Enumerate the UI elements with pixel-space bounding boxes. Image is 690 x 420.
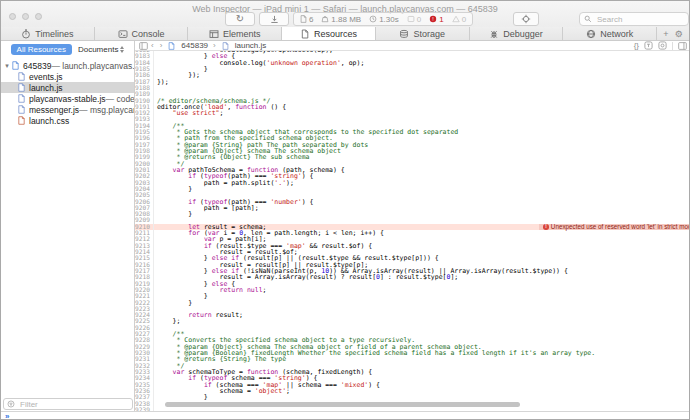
disclosure-triangle-icon[interactable]: ▾ [3,62,11,70]
reload-button[interactable]: ↻ [225,12,255,26]
breadcrumb-separator-icon: › [213,42,216,50]
breadcrumb-label: 645839 [181,41,208,50]
add-tab-button[interactable]: + [663,29,668,39]
storage-icon [399,29,409,39]
title-bar: Web Inspector — iPad mini 1 — Safari — l… [1,1,689,28]
error-icon: ! [543,224,549,230]
stepper-arrows-icon [120,46,124,53]
file-icon [17,94,26,103]
sidebar-item-645839[interactable]: ▾645839 — launch.playcanvas.com [1,60,134,71]
event-icon[interactable] [658,41,667,50]
document-file-icon [167,42,176,50]
console-prompt-icon: » [5,413,9,420]
sidebar-item-launch-css[interactable]: launch.css [1,115,134,126]
log-icon [407,15,415,23]
tab-console[interactable]: Console [95,27,189,40]
tab-bar-extras: +⚙ [657,27,689,40]
download-button[interactable] [259,12,289,26]
breadcrumb-label: launch.js [235,41,267,50]
stopwatch-icon [21,29,31,39]
filter-icon [7,400,15,408]
document-icon [300,29,310,39]
file-icon [17,116,26,125]
resources-sidebar: All Resources Documents ▾645839 — launch… [1,41,135,411]
type-profiler-icon[interactable] [644,41,653,50]
close-window-icon[interactable] [9,13,16,20]
settings-gear-icon[interactable]: ⚙ [675,29,683,39]
code-lines: 9182 createLegacyScriptAssets(op);9183 }… [135,51,690,411]
resource-name: playcanvas-stable.js [29,94,106,104]
tab-label: Console [132,29,165,39]
search-field[interactable] [579,12,689,26]
horizontal-scrollbar[interactable] [165,402,520,407]
search-input[interactable] [595,14,679,25]
stat-weight[interactable]: 1.88 MB [321,15,361,24]
stat-clock[interactable]: 1.30s [369,15,399,24]
inspector-tab-bar: TimelinesConsoleElementsResourcesStorage… [1,27,689,41]
svg-text:!: ! [432,16,433,22]
stat-page[interactable]: 6 [300,15,313,24]
stat-warning[interactable]: 0 [452,15,466,24]
tab-label: Resources [314,29,357,39]
scope-documents-label: Documents [78,45,118,54]
sidebar-item-playcanvas-stable-js[interactable]: playcanvas-stable.js — code.playcanvas.c… [1,93,134,104]
warning-icon [452,15,460,23]
breadcrumb-item-document[interactable]: 645839 [167,41,208,50]
forward-button[interactable]: › [160,42,163,50]
back-button[interactable]: ‹ [151,42,154,50]
nav-divider [672,42,673,50]
sidebar-filter-bar [1,397,135,411]
quick-console-bar[interactable]: » [1,411,689,420]
resource-name: launch.js [29,83,63,93]
stat-value: 1.30s [379,15,399,24]
filter-field[interactable] [3,398,133,410]
file-icon [17,72,26,81]
stat-log[interactable]: 0 [407,15,421,24]
sidebar-toggle-icon[interactable] [139,42,148,50]
error-icon: ! [429,15,437,23]
sidebar-item-events-js[interactable]: events.js [1,71,134,82]
page-icon [300,15,307,23]
source-code-editor[interactable]: 9182 createLegacyScriptAssets(op);9183 }… [135,51,690,411]
resource-stats-pill: 61.88 MB1.30s0!10 [293,12,473,26]
tab-resources[interactable]: Resources [282,27,376,40]
tab-debugger[interactable]: Debugger [470,27,564,40]
tab-label: Elements [223,29,261,39]
weight-icon [321,15,329,23]
file-icon [17,83,26,92]
breadcrumb-item-file[interactable]: launch.js [221,41,267,50]
stat-value: 0 [417,15,421,24]
clock-icon [369,15,377,23]
stat-error[interactable]: !1 [429,15,443,24]
filter-input[interactable] [18,399,112,410]
tab-timelines[interactable]: Timelines [1,27,95,40]
zoom-window-icon[interactable] [35,13,42,20]
crosshair-icon [521,14,531,24]
sidebar-scope-bar: All Resources Documents [1,41,134,56]
sidebar-item-launch-js[interactable]: launch.js [1,82,134,93]
resource-origin: — msg.playcanvas.com [79,105,134,115]
details-sidebar-icon[interactable] [678,42,687,50]
stat-value: 1.88 MB [331,15,361,24]
file-icon [17,105,26,114]
stat-value: 6 [309,15,313,24]
scope-all-resources-button[interactable]: All Resources [11,44,72,55]
pretty-print-icon[interactable]: {} [634,41,639,50]
tab-label: Network [600,29,633,39]
tab-elements[interactable]: Elements [188,27,282,40]
tab-network[interactable]: Network [563,27,657,40]
console-icon [118,29,128,39]
tab-storage[interactable]: Storage [376,27,470,40]
nav-right-icons: {} [634,41,690,50]
device-inspect-button[interactable] [513,12,539,26]
resource-tree: ▾645839 — launch.playcanvas.comevents.js… [1,60,134,126]
js-file-icon [221,42,230,50]
minimize-window-icon[interactable] [22,13,29,20]
content-nav-bar: ‹ › 645839 › launch.js {} [135,41,690,51]
sidebar-item-messenger-js[interactable]: messenger.js — msg.playcanvas.com [1,104,134,115]
file-icon [11,61,20,70]
resource-origin: — launch.playcanvas.com [51,61,134,71]
search-icon [584,15,592,23]
scope-documents-dropdown[interactable]: Documents [78,45,124,54]
debugger-icon [489,29,499,39]
